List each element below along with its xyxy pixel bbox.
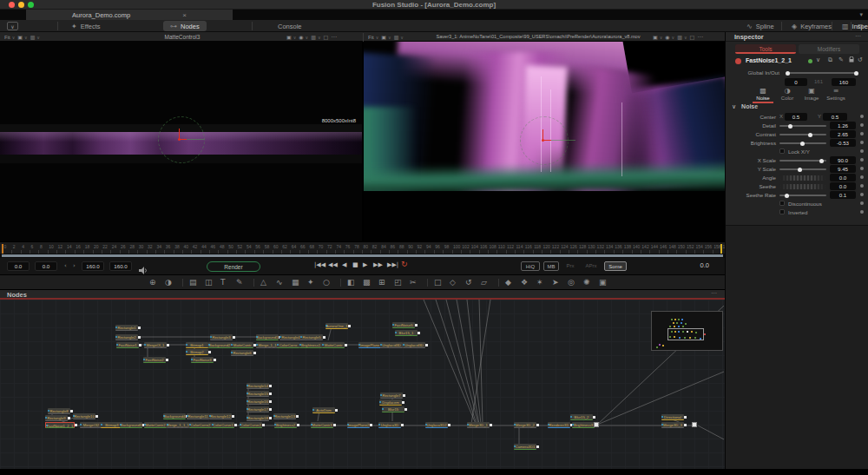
param-value-field[interactable]: 9.45: [830, 165, 856, 173]
node-chip[interactable]: Rectangle8: [48, 408, 70, 414]
light3d-tool-icon[interactable]: ✺: [583, 278, 590, 287]
quality-prx-button[interactable]: Prx: [562, 261, 578, 271]
node-output-dot[interactable]: [138, 336, 141, 339]
node-chip[interactable]: Bitmap2: [186, 349, 208, 355]
subtab-color[interactable]: ◑Color: [774, 87, 800, 101]
param-x-field[interactable]: 0.5: [785, 113, 807, 121]
node-chip[interactable]: FastNoise2: [143, 357, 166, 363]
merge-tool-icon[interactable]: ⊞: [378, 278, 385, 287]
node-output-dot[interactable]: [370, 424, 372, 426]
param-slider[interactable]: [779, 168, 826, 170]
slider-handle[interactable]: [785, 194, 789, 198]
node-output-dot[interactable]: [166, 359, 168, 361]
param-checkbox[interactable]: [779, 148, 785, 154]
node-chip[interactable]: Rectangle3: [210, 334, 233, 340]
pin-icon[interactable]: ✎: [838, 56, 844, 63]
param-checkbox[interactable]: [779, 201, 785, 206]
loop-button[interactable]: ↻: [401, 260, 408, 268]
node-chip[interactable]: Rectangle12: [209, 413, 232, 419]
param-y-field[interactable]: 0.5: [823, 113, 847, 121]
node-chip[interactable]: ImagePlane: [358, 342, 381, 348]
node-output-dot[interactable]: [425, 344, 428, 346]
node-chip[interactable]: ColorCorre: [277, 342, 299, 348]
node-chip[interactable]: Rectangle9: [45, 415, 68, 421]
range-start-field[interactable]: 160.0: [82, 261, 104, 271]
node-chip[interactable]: Rectangle2: [115, 334, 138, 340]
text3d-tool-icon[interactable]: ✶: [536, 278, 543, 287]
node-chip[interactable]: Brightness2: [274, 422, 297, 428]
node-chip[interactable]: Brightness3: [572, 422, 595, 428]
node-chip[interactable]: AutoDom: [312, 407, 335, 413]
nodes-button[interactable]: ⊶ Nodes: [163, 21, 207, 31]
node-chip[interactable]: MatteContr: [231, 342, 253, 348]
node-chip[interactable]: [692, 422, 697, 427]
node-chip[interactable]: Brightness1: [299, 342, 322, 348]
subtab-image[interactable]: ▣Image: [799, 87, 825, 101]
node-output-dot[interactable]: [269, 417, 272, 419]
render-button[interactable]: Render: [207, 261, 260, 272]
node-chip[interactable]: Unglaca3D: [378, 422, 401, 428]
node-chip[interactable]: Displacem: [379, 399, 402, 406]
node-output-dot[interactable]: [233, 336, 235, 339]
node-chip[interactable]: Blur15_1: [395, 330, 418, 336]
node-output-dot[interactable]: [593, 416, 595, 419]
param-slider[interactable]: [779, 125, 826, 127]
node-graph[interactable]: Rectangle1Rectangle2Rectangle3Background…: [0, 300, 725, 469]
resize-tool-icon[interactable]: ◰: [394, 278, 402, 287]
background-tool-icon[interactable]: ◧: [347, 278, 355, 287]
merge3d-tool-icon[interactable]: ➤: [552, 278, 559, 287]
right-viewport-view-controls[interactable]: ▣∨ ◉∨ ▥∨ □⋯: [653, 32, 704, 42]
node-output-dot[interactable]: [333, 424, 336, 426]
node-output-dot[interactable]: [296, 415, 299, 418]
node-chip[interactable]: Rectangle1: [115, 325, 138, 331]
node-chip[interactable]: FastNoise5: [392, 322, 415, 328]
saver-tool-icon[interactable]: ◫: [205, 278, 213, 287]
timeline-ruler[interactable]: 0246810121416182022242628303234363840424…: [0, 241, 725, 254]
animate-dot[interactable]: [860, 115, 864, 118]
node-output-dot[interactable]: [208, 351, 211, 353]
tracker-tool-icon[interactable]: ▱: [481, 278, 487, 287]
node-chip[interactable]: Directional: [661, 414, 684, 420]
node-chip[interactable]: Unglacid3D: [380, 342, 403, 348]
node-output-dot[interactable]: [232, 415, 234, 418]
node-chip[interactable]: Rectangle11: [187, 413, 209, 419]
node-output-dot[interactable]: [448, 424, 450, 426]
effects-button[interactable]: ✦ Effects: [64, 21, 108, 31]
animate-dot[interactable]: [860, 158, 864, 162]
comp-tab[interactable]: Aurora_Demo.comp ×: [26, 10, 233, 20]
animate-dot[interactable]: [860, 210, 864, 214]
node-output-dot[interactable]: [75, 424, 77, 426]
node-chip[interactable]: MatteContr2: [144, 422, 167, 428]
slider-handle[interactable]: [788, 124, 792, 129]
node-output-dot[interactable]: [68, 417, 70, 419]
node-chip[interactable]: [594, 422, 599, 427]
param-checkbox[interactable]: [779, 209, 785, 214]
node-chip[interactable]: Merge3D_3: [661, 422, 684, 428]
node-chip[interactable]: Rectangle17: [247, 406, 269, 412]
goto-end-button[interactable]: ▶▶|: [387, 261, 398, 268]
console-button[interactable]: Console: [271, 21, 309, 31]
spline-button[interactable]: ∿ Spline: [740, 21, 781, 31]
transform-widget-center[interactable]: [178, 138, 181, 141]
close-tab-icon[interactable]: ×: [182, 11, 187, 19]
param-slider[interactable]: [779, 142, 826, 144]
transform-tool-icon[interactable]: ↺: [465, 278, 472, 287]
play-forward-button[interactable]: ▶: [363, 261, 367, 268]
node-output-dot[interactable]: [297, 424, 299, 426]
node-chip[interactable]: ImagePlane2: [347, 422, 370, 428]
node-output-dot[interactable]: [95, 415, 98, 418]
node-enabled-dot[interactable]: [808, 59, 812, 63]
range-end-field[interactable]: 160.0: [109, 261, 132, 271]
node-output-dot[interactable]: [348, 325, 351, 327]
color-picker-icon[interactable]: ◑: [165, 278, 172, 287]
imageplane3d-tool-icon[interactable]: ◆: [505, 278, 511, 287]
node-chip[interactable]: Rectangle7: [380, 393, 403, 399]
param-slider[interactable]: [779, 134, 826, 135]
node-output-dot[interactable]: [167, 344, 169, 346]
node-output-dot[interactable]: [335, 409, 338, 412]
node-output-dot[interactable]: [536, 445, 539, 448]
diamond-tool-icon[interactable]: ◇: [450, 278, 456, 287]
node-chip[interactable]: Unglacid3D: [403, 342, 425, 348]
node-output-dot[interactable]: [70, 410, 73, 412]
fast-rewind-button[interactable]: ◀◀: [328, 261, 338, 268]
